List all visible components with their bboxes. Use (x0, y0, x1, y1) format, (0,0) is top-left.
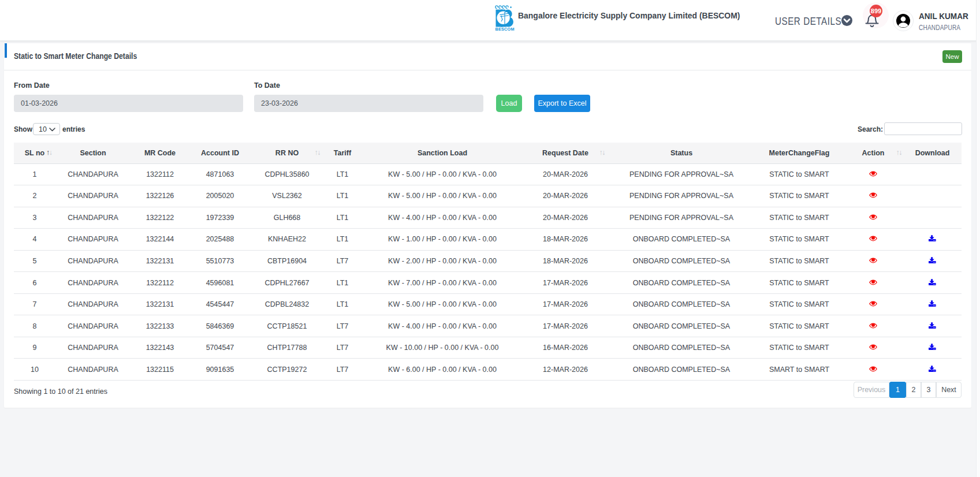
svg-text:BESCOM: BESCOM (495, 27, 515, 32)
